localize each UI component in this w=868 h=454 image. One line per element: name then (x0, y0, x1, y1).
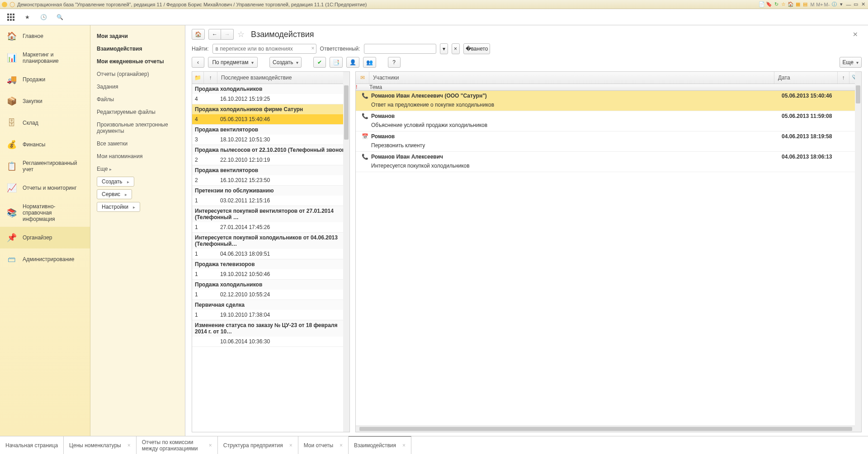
tab-close-icon[interactable]: × (340, 442, 343, 449)
subnav-item[interactable]: Произвольные электронные документы (97, 118, 179, 137)
nav-item[interactable]: 📌Органайзер (0, 227, 90, 248)
create-button[interactable]: Создать (269, 57, 302, 68)
nav-item[interactable]: 📊Маркетинг и планирование (0, 47, 90, 69)
user-icon[interactable]: 👤 (346, 57, 359, 68)
subject-row[interactable]: Первичная сделка119.10.2010 17:38:04 (192, 300, 349, 320)
info-icon[interactable]: ⓘ (831, 1, 837, 8)
dropdown-icon[interactable]: ◯ (9, 1, 15, 8)
calendar-icon[interactable]: ▤ (802, 1, 808, 8)
scrollbar[interactable] (855, 72, 861, 432)
subnav-item[interactable]: Отчеты (органайзер) (97, 68, 179, 80)
scrollbar[interactable] (343, 72, 349, 432)
subject-row[interactable]: Претензии по обслуживанию103.02.2011 12:… (192, 186, 349, 206)
group-by-select[interactable]: По предметам (208, 57, 258, 68)
help-button[interactable]: ? (388, 57, 401, 68)
date-col[interactable]: Дата (774, 72, 838, 84)
subnav-item[interactable]: Редактируемые файлы (97, 106, 179, 118)
nav-item[interactable]: 📈Отчеты и мониторинг (0, 177, 90, 199)
forward-button[interactable]: → (221, 29, 234, 40)
subject-row[interactable]: Интересуется покупкой холодильников от 0… (192, 233, 349, 259)
subject-row[interactable]: Продажа пылесосов от 22.10.2010 (Телефон… (192, 145, 349, 165)
clear-icon[interactable]: × (311, 45, 315, 51)
subject-row[interactable]: Продажа холодильников102.12.2010 10:55:2… (192, 280, 349, 300)
close-page-button[interactable]: ✕ (849, 31, 862, 38)
dropdown-icon[interactable]: ▾ (838, 1, 844, 8)
subject-row[interactable]: Продажа телевизоров119.10.2012 10:50:46 (192, 259, 349, 280)
interaction-row[interactable]: 📞Романов Иван Алексеевич (ООО "Сатурн")0… (356, 91, 861, 111)
clear-button[interactable]: × (452, 43, 460, 54)
sort-col[interactable]: ↑ (204, 72, 217, 84)
nav-item[interactable]: 📦Закупки (0, 90, 90, 112)
interactions-list[interactable]: 📞Романов Иван Алексеевич (ООО "Сатурн")0… (356, 91, 861, 426)
folder-icon[interactable]: 📑 (330, 57, 343, 68)
assign-icon[interactable]: 👥 (363, 57, 376, 68)
window-tab[interactable]: Отчеты по комиссии между организациями× (137, 436, 218, 454)
titlebar-tool-icon[interactable]: 🏠 (788, 1, 794, 8)
window-tab[interactable]: Взаимодействия× (349, 436, 411, 454)
subnav-button[interactable]: Настройки (97, 202, 140, 212)
last-interaction-col[interactable]: Последнее взаимодействие (217, 72, 349, 84)
subject-row[interactable]: Продажа холодильников416.10.2012 15:19:2… (192, 84, 349, 104)
search-button[interactable]: 🔍 (55, 13, 64, 22)
titlebar-tool-icon[interactable]: 🔖 (766, 1, 772, 8)
tab-close-icon[interactable]: × (127, 442, 131, 449)
subnav-item[interactable]: Мои задачи (97, 30, 179, 42)
tab-close-icon[interactable]: × (209, 442, 212, 449)
check-icon[interactable]: ✔ (313, 57, 326, 68)
subnav-button[interactable]: Сервис (97, 189, 132, 199)
subjects-list[interactable]: Продажа холодильников416.10.2012 15:19:2… (192, 84, 349, 432)
nav-item[interactable]: 🏠Главное (0, 25, 90, 47)
dropdown-button[interactable]: ▾ (440, 43, 448, 54)
nav-item[interactable]: 🚚Продажи (0, 69, 90, 90)
close-button[interactable]: ✕ (860, 1, 866, 8)
flag-col[interactable]: ! (356, 84, 369, 90)
sections-menu-button[interactable] (6, 13, 15, 22)
subnav-item[interactable]: Задания (97, 80, 179, 93)
subnav-more[interactable]: Еще (97, 163, 179, 175)
window-tab[interactable]: Цены номенклатуры× (64, 436, 137, 454)
titlebar-tool-icon[interactable]: 📄 (759, 1, 765, 8)
back-button[interactable]: ← (208, 29, 221, 40)
subject-row[interactable]: Продажа вентиляторов318.10.2012 10:51:30 (192, 125, 349, 145)
search-input[interactable] (212, 44, 316, 54)
subnav-item[interactable]: Мои напоминания (97, 150, 179, 163)
m-minus-button[interactable]: M- (824, 1, 830, 8)
tab-close-icon[interactable]: × (402, 442, 406, 449)
more-button[interactable]: Еще (840, 57, 862, 68)
nav-item[interactable]: 📋Регламентированный учет (0, 155, 90, 177)
participants-col[interactable]: Участники (369, 72, 774, 84)
responsible-input[interactable] (364, 44, 436, 54)
subject-col[interactable]: Тема (369, 84, 861, 90)
window-tab[interactable]: Структура предприятия× (218, 436, 298, 454)
minimize-button[interactable]: — (845, 1, 852, 8)
nav-item[interactable]: 🗄Склад (0, 112, 90, 134)
titlebar-tool-icon[interactable]: ↻ (773, 1, 779, 8)
tab-close-icon[interactable]: × (289, 442, 292, 449)
calculator-icon[interactable]: ▦ (795, 1, 801, 8)
interaction-row[interactable]: 📞Романов Иван Алексеевич04.06.2013 18:06… (356, 152, 861, 172)
subnav-item[interactable]: Мои ежедневные отчеты (97, 55, 179, 68)
home-button[interactable]: 🏠 (192, 29, 205, 40)
subject-row[interactable]: Изменение статуса по заказу № ЦУ-23 от 1… (192, 320, 349, 347)
window-tab[interactable]: Начальная страница (0, 436, 64, 454)
nav-item[interactable]: 📚Нормативно-справочная информация (0, 199, 90, 227)
maximize-button[interactable]: ▭ (853, 1, 859, 8)
subnav-item[interactable]: Файлы (97, 93, 179, 106)
subnav-item[interactable]: Взаимодействия (97, 42, 179, 55)
favorites-button[interactable]: ★ (23, 13, 32, 22)
collapse-button[interactable]: ‹ (192, 57, 204, 68)
subnav-item[interactable]: Все заметки (97, 137, 179, 150)
subject-row[interactable]: Продажа вентиляторов216.10.2012 15:23:50 (192, 165, 349, 186)
sort-col[interactable]: ↑ (838, 72, 849, 84)
window-tab[interactable]: Мои отчеты× (298, 436, 349, 454)
nav-item[interactable]: 🗃Администрирование (0, 248, 90, 270)
favorite-star-icon[interactable]: ☆ (237, 29, 245, 39)
scrollbar[interactable] (356, 426, 861, 432)
m-plus-button[interactable]: M+ (816, 1, 823, 8)
favorite-icon[interactable]: ☆ (780, 1, 787, 8)
subject-row[interactable]: Интересуется покупкой вентиляторов от 27… (192, 206, 349, 233)
interaction-row[interactable]: 📞Романов05.06.2013 11:59:08Объяснение ус… (356, 111, 861, 131)
m-button[interactable]: M (809, 1, 816, 8)
subject-row[interactable]: Продажа холодильников фирме Сатурн405.06… (192, 104, 349, 125)
open-button[interactable]: �ването (463, 43, 491, 54)
